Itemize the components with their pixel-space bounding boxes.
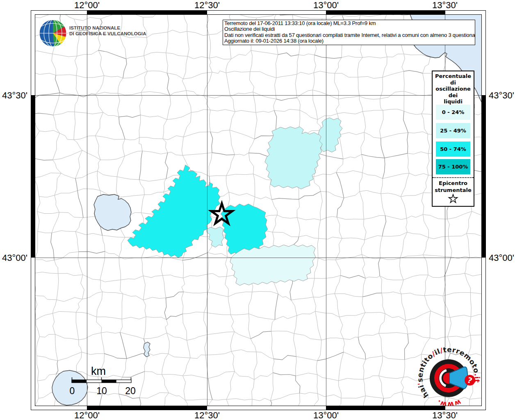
event-title: Terremoto del 17-06-2011 13:33:10 (ora l… — [224, 21, 474, 26]
legend-class-75-100: 75 - 100% — [436, 159, 470, 174]
legend-class-50-74: 50 - 74% — [436, 142, 470, 157]
legend-box: Percentuale di oscillazione dei liquidi … — [432, 71, 474, 207]
event-info-box: Terremoto del 17-06-2011 13:33:10 (ora l… — [223, 20, 475, 45]
axis-label-top-1300: 13°00' — [313, 0, 339, 10]
legend-epicenter-label-2: strumentale — [433, 187, 474, 194]
axis-label-bottom-1200: 12°00' — [74, 411, 100, 420]
legend-class-25-49: 25 - 49% — [436, 123, 470, 138]
lake-corbara — [144, 342, 150, 357]
event-update-note: Aggiornato il: 09-01-2026 14:38 (ora loc… — [224, 38, 474, 44]
ingv-wordmark: ISTITUTO NAZIONALE DI GEOFISICA E VULCAN… — [69, 25, 146, 37]
axis-label-bottom-1300: 13°00' — [313, 411, 339, 420]
axis-label-bottom-1330: 13°30' — [432, 411, 458, 420]
legend-star-icon — [448, 194, 458, 203]
region-0-24-south — [230, 244, 316, 285]
scalebar-tick-10: 10 — [96, 386, 107, 397]
scalebar-unit: km — [91, 365, 106, 378]
axis-label-top-1230: 12°30' — [194, 0, 220, 10]
axis-label-left-4300: 43°00' — [0, 253, 27, 263]
map-canvas: ? hai'sentito/il/terremoto.it www. — [0, 0, 515, 420]
ingv-line1: ISTITUTO NAZIONALE — [69, 25, 146, 31]
axis-label-top-1200: 12°00' — [74, 0, 100, 10]
event-data-note: Dati non verificati estratti da 57 quest… — [224, 32, 474, 38]
event-subtitle: Oscillazione dei liquidi — [224, 26, 474, 32]
axis-label-right-4300: 43°00' — [489, 253, 514, 263]
axis-label-top-1330: 13°30' — [432, 0, 458, 10]
ingv-logo-globe — [39, 20, 66, 47]
legend-epicenter-label-1: Epicentro — [433, 180, 474, 187]
map-page: ? hai'sentito/il/terremoto.it www. — [0, 0, 515, 420]
scalebar-tick-20: 20 — [125, 386, 136, 397]
axis-label-bottom-1230: 12°30' — [194, 411, 220, 420]
scalebar-tick-0: 0 — [70, 386, 75, 397]
axis-label-left-4330: 43°30' — [0, 91, 27, 100]
ingv-line2: DI GEOFISICA E VULCANOLOGIA — [69, 31, 146, 37]
legend-class-0-24: 0 - 24% — [436, 105, 470, 120]
legend-title: Percentuale di oscillazione dei liquidi — [433, 73, 474, 105]
axis-label-right-4330: 43°30' — [489, 91, 514, 100]
legend-separator — [433, 177, 474, 178]
